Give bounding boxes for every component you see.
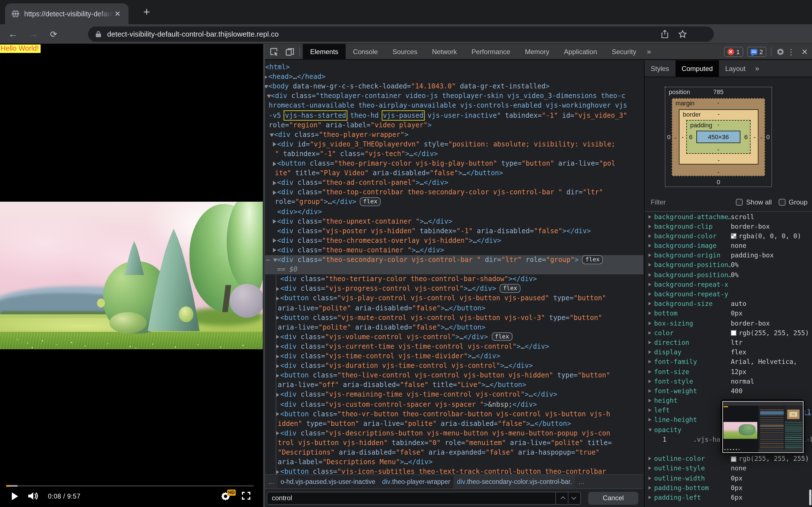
computed-property-row[interactable]: padding-left6px	[645, 493, 812, 503]
property-expand-icon[interactable]	[649, 429, 652, 431]
collapse-arrow-icon[interactable]	[273, 259, 277, 262]
tree-line[interactable]: aria-live="off" aria-disabled="false" ti…	[265, 381, 644, 390]
expand-arrow-icon[interactable]	[276, 344, 279, 349]
computed-property-row[interactable]: background-colorrgba(0, 0, 0, 0)	[645, 231, 812, 241]
property-expand-icon[interactable]	[649, 224, 651, 228]
property-expand-icon[interactable]	[649, 370, 651, 373]
search-input[interactable]: control	[267, 492, 581, 504]
share-icon[interactable]	[661, 30, 669, 38]
expand-arrow-icon[interactable]	[273, 248, 276, 252]
tree-line[interactable]: <div class="vjs-descriptions-button vjs-…	[265, 429, 644, 438]
tree-line[interactable]: role="group">…</div>flex	[265, 198, 644, 207]
sidebar-overflow-icon[interactable]: »	[752, 64, 762, 73]
property-expand-icon[interactable]	[649, 292, 651, 296]
devtools-close-icon[interactable]: ✕	[797, 47, 812, 56]
computed-property-row[interactable]: background-originpadding-box	[645, 251, 812, 261]
computed-property-row[interactable]: background-attachme…scroll	[645, 212, 812, 222]
video-frame[interactable]	[0, 202, 263, 349]
tree-line[interactable]: "Descriptions" aria-disabled="false" ari…	[265, 448, 644, 457]
property-expand-icon[interactable]	[649, 341, 651, 344]
computed-property-row[interactable]: background-repeat-y	[645, 290, 812, 299]
tree-line[interactable]: <head>…</head>	[265, 72, 644, 82]
expand-arrow-icon[interactable]	[276, 296, 279, 301]
collapse-arrow-icon[interactable]	[266, 95, 271, 98]
devtools-menu-kebab-icon[interactable]: ⋮	[785, 47, 797, 56]
computed-property-row[interactable]: font-size12px	[645, 367, 812, 377]
tree-line[interactable]: <html>	[265, 62, 644, 72]
property-expand-icon[interactable]	[649, 312, 651, 315]
breadcrumb-item[interactable]: div.theo-player-wrapper	[378, 474, 454, 488]
property-expand-icon[interactable]	[649, 254, 651, 257]
expand-arrow-icon[interactable]	[273, 238, 276, 243]
property-expand-icon[interactable]	[649, 215, 651, 218]
computed-property-row[interactable]: font-stylenormal	[645, 377, 812, 386]
breadcrumb-overflow-right[interactable]: …	[575, 478, 588, 485]
computed-property-row[interactable]: background-clipborder-box	[645, 222, 812, 231]
property-expand-icon[interactable]	[649, 457, 651, 460]
property-expand-icon[interactable]	[649, 379, 651, 383]
device-toolbar-icon[interactable]	[283, 45, 297, 58]
expand-arrow-icon[interactable]	[276, 287, 279, 291]
computed-property-row[interactable]: background-position…0%	[645, 270, 812, 280]
tree-line[interactable]: <div class="vjs-custom-control-spacer vj…	[265, 400, 644, 409]
sidebar-tab-layout[interactable]: Layout	[719, 60, 752, 77]
volume-button[interactable]	[28, 491, 39, 501]
tree-line[interactable]: ite" title="Play Video" aria-disabled="f…	[265, 168, 644, 178]
devtools-tab-console[interactable]: Console	[346, 44, 385, 59]
search-next-button[interactable]	[568, 492, 580, 504]
tree-line[interactable]: <div class="vjs-duration vjs-time-contro…	[265, 361, 644, 371]
flex-badge[interactable]: flex	[500, 284, 521, 293]
expand-arrow-icon[interactable]	[276, 316, 279, 320]
error-count-badge[interactable]: ✕1	[724, 47, 743, 57]
property-expand-icon[interactable]	[649, 263, 651, 267]
tree-line[interactable]: <div class="vjs-volume-control vjs-contr…	[265, 332, 644, 342]
computed-property-row[interactable]: background-position…0%	[645, 261, 812, 270]
devtools-settings-gear-icon[interactable]	[776, 47, 785, 56]
cancel-button[interactable]: Cancel	[588, 492, 638, 504]
flex-badge[interactable]: flex	[582, 255, 603, 264]
new-tab-button[interactable]: +	[139, 4, 154, 20]
group-checkbox[interactable]	[778, 199, 785, 206]
tree-line[interactable]: <button class="theo-vr-button theo-contr…	[265, 409, 644, 419]
expand-arrow-icon[interactable]	[276, 431, 279, 436]
fullscreen-button[interactable]	[242, 492, 250, 500]
computed-property-row[interactable]: font-familyArial, Helvetica,	[645, 357, 812, 367]
property-expand-icon[interactable]	[649, 273, 651, 276]
tree-line[interactable]: <button class="vjs-mute-control vjs-cont…	[265, 313, 644, 323]
devtools-tab-memory[interactable]: Memory	[518, 44, 557, 59]
browser-tab[interactable]: https://detect-visibility-default ✕	[5, 3, 129, 24]
property-expand-icon[interactable]	[649, 496, 651, 499]
collapse-arrow-icon[interactable]	[265, 85, 268, 89]
property-expand-icon[interactable]	[649, 418, 651, 421]
breadcrumb-item[interactable]: div.theo-secondary-color.vjs-control-bar…	[454, 474, 575, 488]
tree-line[interactable]: trol vjs-button vjs-hidden" tabindex="0"…	[265, 438, 644, 448]
property-expand-icon[interactable]	[649, 331, 651, 335]
expand-arrow-icon[interactable]	[276, 363, 279, 368]
computed-property-row[interactable]: outline-stylenone	[645, 464, 812, 473]
expand-arrow-icon[interactable]	[276, 374, 279, 378]
tree-line[interactable]: <div class="theo-upnext-container ">…</d…	[265, 217, 644, 226]
tree-line[interactable]: idden" type="button" aria-live="polite" …	[265, 419, 644, 429]
property-expand-icon[interactable]	[649, 244, 651, 247]
property-expand-icon[interactable]	[649, 476, 651, 480]
tree-line[interactable]: <body data-new-gr-c-s-check-loaded="14.1…	[265, 82, 644, 91]
property-expand-icon[interactable]	[649, 486, 651, 490]
bookmark-star-icon[interactable]	[678, 30, 687, 38]
inspect-element-icon[interactable]	[267, 45, 281, 58]
line-menu-dots[interactable]: ⋯	[266, 255, 269, 265]
tree-line[interactable]: <div class="vjs-progress-control vjs-con…	[265, 284, 644, 294]
flex-badge[interactable]: flex	[360, 198, 381, 206]
expand-arrow-icon[interactable]	[273, 181, 276, 185]
devtools-tab-application[interactable]: Application	[557, 44, 604, 59]
reload-button[interactable]: ⟳	[45, 24, 62, 44]
computed-property-row[interactable]: background-imagenone	[645, 241, 812, 251]
tree-line[interactable]: <div class="vjs-remaining-time vjs-time-…	[265, 390, 644, 400]
computed-property-row[interactable]: background-repeat-x	[645, 280, 812, 290]
tree-line[interactable]: <div class="vjs-current-time vjs-time-co…	[265, 342, 644, 351]
tree-line[interactable]: -v5 vjs-has-started theo-hd vjs-paused v…	[265, 111, 644, 120]
computed-property-row[interactable]: background-sizeauto	[645, 299, 812, 309]
tree-line[interactable]: <button class="vjs-icon-subtitles theo-t…	[265, 467, 644, 474]
tree-line[interactable]: <div class="vjs-poster vjs-hidden" tabin…	[265, 226, 644, 236]
play-button[interactable]	[12, 492, 18, 500]
tree-line[interactable]: <div class="theo-menu-container ">…</div…	[265, 245, 644, 255]
